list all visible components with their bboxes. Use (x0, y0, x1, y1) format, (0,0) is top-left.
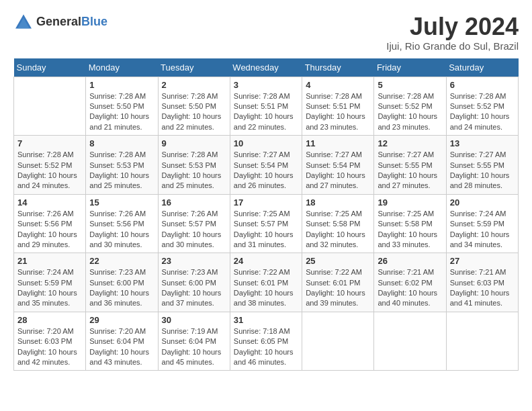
calendar-cell (14, 77, 86, 136)
day-number: 11 (306, 138, 370, 148)
calendar-cell: 30 Sunrise: 7:19 AMSunset: 6:04 PMDaylig… (158, 312, 230, 371)
cell-info: Sunrise: 7:25 AMSunset: 5:58 PMDaylight:… (306, 210, 365, 248)
calendar-cell: 8 Sunrise: 7:28 AMSunset: 5:53 PMDayligh… (86, 136, 158, 195)
logo-blue: Blue (81, 15, 107, 28)
cell-info: Sunrise: 7:21 AMSunset: 6:03 PMDaylight:… (450, 268, 510, 307)
calendar-cell: 29 Sunrise: 7:20 AMSunset: 6:04 PMDaylig… (86, 312, 158, 371)
calendar-cell: 11 Sunrise: 7:27 AMSunset: 5:54 PMDaylig… (302, 136, 374, 195)
day-number: 12 (378, 138, 442, 148)
day-number: 6 (450, 80, 515, 90)
day-number: 9 (162, 138, 226, 148)
calendar-cell: 6 Sunrise: 7:28 AMSunset: 5:52 PMDayligh… (446, 77, 518, 136)
calendar-cell: 22 Sunrise: 7:23 AMSunset: 6:00 PMDaylig… (86, 253, 158, 312)
cell-info: Sunrise: 7:28 AMSunset: 5:52 PMDaylight:… (450, 92, 510, 131)
cell-info: Sunrise: 7:19 AMSunset: 6:04 PMDaylight:… (162, 327, 222, 366)
day-number: 16 (162, 197, 226, 208)
calendar-cell: 15 Sunrise: 7:26 AMSunset: 5:56 PMDaylig… (86, 194, 158, 253)
calendar-cell: 12 Sunrise: 7:27 AMSunset: 5:55 PMDaylig… (374, 136, 446, 195)
col-thursday: Thursday (302, 58, 374, 77)
logo-general: General (36, 15, 81, 28)
cell-info: Sunrise: 7:20 AMSunset: 6:03 PMDaylight:… (17, 327, 77, 366)
day-number: 14 (17, 197, 82, 208)
calendar-week-row: 28 Sunrise: 7:20 AMSunset: 6:03 PMDaylig… (14, 312, 519, 371)
cell-info: Sunrise: 7:21 AMSunset: 6:02 PMDaylight:… (378, 268, 437, 307)
calendar-cell: 26 Sunrise: 7:21 AMSunset: 6:02 PMDaylig… (374, 253, 446, 312)
day-number: 5 (378, 80, 442, 90)
day-number: 26 (378, 256, 442, 266)
day-number: 20 (450, 197, 515, 208)
day-number: 25 (306, 256, 370, 266)
page-header: GeneralBlue July 2024 Ijui, Rio Grande d… (13, 13, 519, 52)
calendar-table: Sunday Monday Tuesday Wednesday Thursday… (13, 58, 519, 371)
cell-info: Sunrise: 7:28 AMSunset: 5:53 PMDaylight:… (89, 150, 149, 189)
calendar-cell (374, 312, 446, 371)
cell-info: Sunrise: 7:24 AMSunset: 5:59 PMDaylight:… (450, 210, 510, 248)
day-number: 17 (234, 197, 298, 208)
col-friday: Friday (374, 58, 446, 77)
day-number: 21 (17, 256, 82, 266)
day-number: 31 (234, 315, 298, 325)
cell-info: Sunrise: 7:25 AMSunset: 5:57 PMDaylight:… (234, 210, 294, 248)
calendar-cell: 10 Sunrise: 7:27 AMSunset: 5:54 PMDaylig… (230, 136, 302, 195)
calendar-week-row: 14 Sunrise: 7:26 AMSunset: 5:56 PMDaylig… (14, 194, 519, 253)
col-sunday: Sunday (14, 58, 86, 77)
day-number: 24 (234, 256, 298, 266)
cell-info: Sunrise: 7:25 AMSunset: 5:58 PMDaylight:… (378, 210, 437, 248)
cell-info: Sunrise: 7:28 AMSunset: 5:51 PMDaylight:… (234, 92, 294, 131)
calendar-header-row: Sunday Monday Tuesday Wednesday Thursday… (14, 58, 519, 77)
calendar-week-row: 7 Sunrise: 7:28 AMSunset: 5:52 PMDayligh… (14, 136, 519, 195)
cell-info: Sunrise: 7:27 AMSunset: 5:55 PMDaylight:… (378, 150, 437, 189)
cell-info: Sunrise: 7:24 AMSunset: 5:59 PMDaylight:… (17, 268, 77, 307)
day-number: 22 (89, 256, 154, 266)
calendar-cell: 1 Sunrise: 7:28 AMSunset: 5:50 PMDayligh… (86, 77, 158, 136)
location-subtitle: Ijui, Rio Grande do Sul, Brazil (386, 40, 519, 52)
col-wednesday: Wednesday (230, 58, 302, 77)
cell-info: Sunrise: 7:27 AMSunset: 5:54 PMDaylight:… (234, 150, 294, 189)
col-tuesday: Tuesday (158, 58, 230, 77)
day-number: 8 (89, 138, 154, 148)
cell-info: Sunrise: 7:23 AMSunset: 6:00 PMDaylight:… (162, 268, 222, 307)
day-number: 3 (234, 80, 298, 90)
calendar-cell (302, 312, 374, 371)
cell-info: Sunrise: 7:22 AMSunset: 6:01 PMDaylight:… (234, 268, 294, 307)
calendar-cell: 23 Sunrise: 7:23 AMSunset: 6:00 PMDaylig… (158, 253, 230, 312)
calendar-cell: 13 Sunrise: 7:27 AMSunset: 5:55 PMDaylig… (446, 136, 518, 195)
cell-info: Sunrise: 7:28 AMSunset: 5:51 PMDaylight:… (306, 92, 365, 131)
day-number: 15 (89, 197, 154, 208)
day-number: 10 (234, 138, 298, 148)
day-number: 30 (162, 315, 226, 325)
day-number: 28 (17, 315, 82, 325)
cell-info: Sunrise: 7:26 AMSunset: 5:56 PMDaylight:… (89, 210, 149, 248)
calendar-cell: 19 Sunrise: 7:25 AMSunset: 5:58 PMDaylig… (374, 194, 446, 253)
cell-info: Sunrise: 7:27 AMSunset: 5:54 PMDaylight:… (306, 150, 365, 189)
day-number: 1 (89, 80, 154, 90)
cell-info: Sunrise: 7:28 AMSunset: 5:52 PMDaylight:… (17, 150, 77, 189)
logo-icon (13, 13, 34, 30)
day-number: 23 (162, 256, 226, 266)
cell-info: Sunrise: 7:22 AMSunset: 6:01 PMDaylight:… (306, 268, 365, 307)
day-number: 27 (450, 256, 515, 266)
calendar-cell: 25 Sunrise: 7:22 AMSunset: 6:01 PMDaylig… (302, 253, 374, 312)
calendar-cell: 2 Sunrise: 7:28 AMSunset: 5:50 PMDayligh… (158, 77, 230, 136)
day-number: 7 (17, 138, 82, 148)
day-number: 4 (306, 80, 370, 90)
day-number: 18 (306, 197, 370, 208)
calendar-cell: 24 Sunrise: 7:22 AMSunset: 6:01 PMDaylig… (230, 253, 302, 312)
calendar-cell: 9 Sunrise: 7:28 AMSunset: 5:53 PMDayligh… (158, 136, 230, 195)
day-number: 29 (89, 315, 154, 325)
calendar-cell: 16 Sunrise: 7:26 AMSunset: 5:57 PMDaylig… (158, 194, 230, 253)
day-number: 13 (450, 138, 515, 148)
calendar-cell: 28 Sunrise: 7:20 AMSunset: 6:03 PMDaylig… (14, 312, 86, 371)
calendar-cell: 18 Sunrise: 7:25 AMSunset: 5:58 PMDaylig… (302, 194, 374, 253)
cell-info: Sunrise: 7:26 AMSunset: 5:57 PMDaylight:… (162, 210, 222, 248)
logo-text: GeneralBlue (36, 15, 107, 29)
cell-info: Sunrise: 7:23 AMSunset: 6:00 PMDaylight:… (89, 268, 149, 307)
cell-info: Sunrise: 7:28 AMSunset: 5:50 PMDaylight:… (89, 92, 149, 131)
cell-info: Sunrise: 7:28 AMSunset: 5:53 PMDaylight:… (162, 150, 222, 189)
cell-info: Sunrise: 7:27 AMSunset: 5:55 PMDaylight:… (450, 150, 510, 189)
calendar-cell: 5 Sunrise: 7:28 AMSunset: 5:52 PMDayligh… (374, 77, 446, 136)
calendar-cell: 3 Sunrise: 7:28 AMSunset: 5:51 PMDayligh… (230, 77, 302, 136)
calendar-cell: 21 Sunrise: 7:24 AMSunset: 5:59 PMDaylig… (14, 253, 86, 312)
calendar-cell: 14 Sunrise: 7:26 AMSunset: 5:56 PMDaylig… (14, 194, 86, 253)
title-area: July 2024 Ijui, Rio Grande do Sul, Brazi… (386, 13, 519, 52)
